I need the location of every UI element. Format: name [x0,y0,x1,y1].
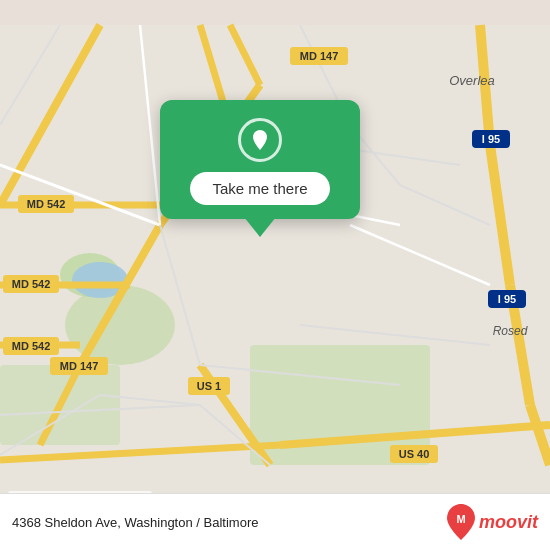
marker-popup: Take me there [160,100,360,219]
svg-text:Rosed: Rosed [493,324,528,338]
svg-text:MD 147: MD 147 [60,360,99,372]
pin-icon [248,128,272,152]
moovit-logo: M moovit [447,504,538,540]
svg-text:US 1: US 1 [197,380,221,392]
svg-text:MD 542: MD 542 [12,278,51,290]
svg-text:I 95: I 95 [482,133,500,145]
svg-text:I 95: I 95 [498,293,516,305]
address-label: 4368 Sheldon Ave, Washington / Baltimore [12,515,258,530]
svg-text:M: M [456,513,465,525]
bottom-bar: 4368 Sheldon Ave, Washington / Baltimore… [0,493,550,550]
moovit-brand-text: moovit [479,512,538,533]
moovit-pin-icon: M [447,504,475,540]
svg-text:US 40: US 40 [399,448,430,460]
map-svg: MD 147 MD 542 MD 542 MD 542 MD 147 US 1 … [0,0,550,550]
svg-text:Overlea: Overlea [449,73,495,88]
map-container: MD 147 MD 542 MD 542 MD 542 MD 147 US 1 … [0,0,550,550]
svg-text:MD 542: MD 542 [12,340,51,352]
location-icon [238,118,282,162]
svg-text:MD 147: MD 147 [300,50,339,62]
take-me-there-button[interactable]: Take me there [190,172,329,205]
svg-text:MD 542: MD 542 [27,198,66,210]
